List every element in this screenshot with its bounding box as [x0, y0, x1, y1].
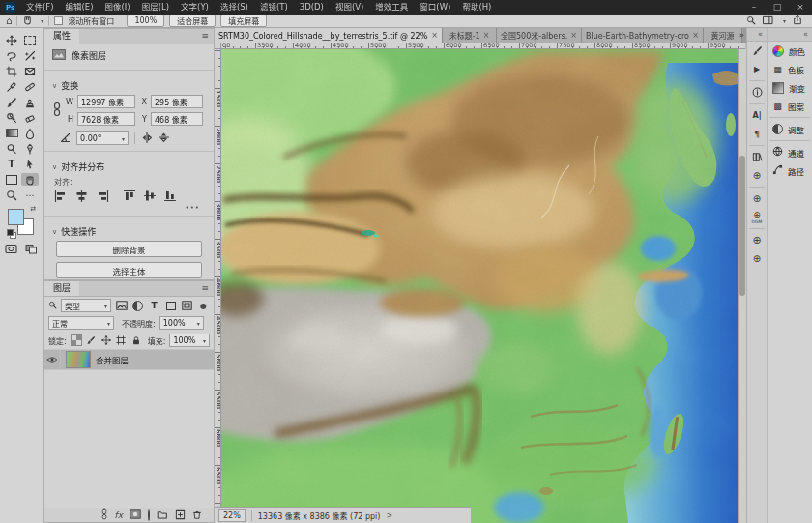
dodge-tool[interactable] [3, 142, 20, 155]
rectangle-tool[interactable] [3, 173, 20, 186]
layer-visibility-toggle[interactable] [44, 350, 61, 369]
filter-smart-object-icon[interactable] [181, 300, 193, 311]
panel-icon-actions[interactable]: ▶ [747, 60, 767, 78]
align-right-icon[interactable] [97, 190, 109, 204]
filter-type-select[interactable]: 类型▾ [61, 299, 111, 312]
align-top-icon[interactable] [124, 189, 135, 204]
panel-item-swatches[interactable]: ▦ 色板 [768, 60, 812, 78]
x-input[interactable]: 295 像素 [151, 95, 203, 108]
align-bottom-icon[interactable] [164, 189, 176, 204]
menu-filter[interactable]: 滤镜(T) [254, 0, 294, 15]
panel-menu-icon[interactable]: ≡ [196, 29, 214, 44]
fill-select[interactable]: 100%▾ [169, 334, 210, 347]
menu-window[interactable]: 窗口(W) [414, 0, 456, 15]
lock-artboard-icon[interactable] [116, 334, 128, 346]
h-ruler[interactable]: 0035004000450050005500600065007000750080… [221, 43, 745, 49]
new-layer-icon[interactable] [175, 509, 186, 522]
zoom-tool[interactable] [3, 189, 20, 201]
layer-effects-icon[interactable]: fx [115, 510, 124, 520]
align-more-icon[interactable]: ••• [44, 204, 214, 212]
layer-row-merged[interactable]: 合并图层 [44, 349, 214, 370]
delete-layer-icon[interactable] [192, 509, 202, 522]
doc-tab-huanghe[interactable]: 黄河源 [704, 28, 742, 43]
zoom-100-button[interactable]: 100% [127, 15, 164, 27]
blend-mode-select[interactable]: 正常▾ [48, 316, 114, 330]
map-canvas[interactable] [221, 49, 738, 523]
filter-pixel-icon[interactable] [115, 300, 128, 311]
panel-item-channels[interactable]: 通道 [768, 143, 812, 161]
panel-icon-measurement[interactable]: ⊕ [747, 166, 767, 185]
menu-help[interactable]: 帮助(H) [456, 0, 497, 15]
default-colors-icon[interactable] [7, 229, 14, 237]
eyedropper-tool[interactable] [3, 80, 20, 93]
crop-tool[interactable] [3, 65, 20, 77]
move-tool[interactable] [3, 34, 20, 46]
minimize-button[interactable]: – [742, 0, 766, 15]
menu-file[interactable]: 文件(F) [20, 0, 60, 15]
lock-pixels-icon[interactable] [86, 334, 98, 346]
frame-tool[interactable] [21, 65, 39, 77]
adjustment-layer-icon[interactable] [148, 510, 150, 520]
menu-select[interactable]: 选择(S) [215, 0, 254, 15]
menu-view[interactable]: 视图(V) [330, 0, 369, 15]
close-tab-icon[interactable]: × [483, 31, 490, 40]
panel-icon-globe[interactable]: ⊕ [747, 231, 767, 249]
share-icon[interactable] [793, 15, 802, 27]
panel-item-paths[interactable]: 路径 [768, 161, 812, 180]
collapse-dock-icon[interactable]: « [758, 30, 763, 39]
doc-tab-srtm[interactable]: SRTM30_Colored_Hillshade__by_terrestris_… [215, 28, 443, 43]
hand-tool-icon[interactable] [22, 15, 33, 27]
workspace-switcher-icon[interactable] [763, 15, 773, 27]
menu-layer[interactable]: 图层(L) [136, 0, 175, 15]
zoom-level-input[interactable]: 22% [218, 509, 246, 522]
panel-menu-icon[interactable]: ≡ [196, 281, 214, 296]
panel-icon-georeference[interactable]: ⊕ [747, 189, 767, 208]
history-brush-tool[interactable] [3, 111, 20, 124]
restore-button[interactable]: □ [766, 0, 789, 15]
panel-item-patterns[interactable]: ▩ 图案 [768, 97, 812, 115]
menu-image[interactable]: 图像(I) [100, 0, 136, 15]
properties-tab[interactable]: 属性 [44, 29, 79, 44]
close-tab-icon[interactable]: × [692, 31, 699, 40]
brush-tool[interactable] [3, 96, 20, 108]
panel-icon-character[interactable]: A| [747, 106, 767, 125]
layer-thumbnail[interactable] [66, 351, 91, 368]
collapse-chevron-icon[interactable]: ∨ [52, 228, 57, 236]
quick-mask-icon[interactable] [5, 244, 17, 256]
layers-tab[interactable]: 图层 [44, 281, 79, 296]
flip-vertical-icon[interactable] [159, 131, 169, 145]
tab-overflow-icon[interactable]: » [740, 28, 744, 43]
doc-tab-untitled[interactable]: 未标题-1× [443, 28, 497, 43]
panel-icon-globe-info[interactable]: ⊕ [747, 249, 767, 268]
align-center-h-icon[interactable] [75, 190, 88, 204]
eraser-tool[interactable] [21, 111, 39, 124]
menu-3d[interactable]: 3D(D) [294, 0, 330, 15]
fit-screen-button[interactable]: 适合屏幕 [169, 15, 216, 27]
layer-mask-icon[interactable] [130, 509, 141, 521]
close-button[interactable]: × [789, 0, 812, 15]
menu-plugins[interactable]: 增效工具 [369, 0, 414, 15]
flip-horizontal-icon[interactable] [141, 132, 153, 145]
foreground-color-swatch[interactable] [8, 209, 24, 225]
lock-all-icon[interactable] [130, 334, 142, 346]
doc-tab-albers[interactable]: 全国500米-albers.tif× [497, 28, 582, 43]
panel-item-adjustments[interactable]: 调整 [768, 120, 812, 138]
layer-filter-toggle-icon[interactable]: ● [197, 300, 210, 311]
hand-options-caret-icon[interactable]: ▾ [41, 17, 44, 24]
type-tool[interactable]: T [3, 158, 20, 170]
close-tab-icon[interactable]: × [431, 31, 438, 40]
y-input[interactable]: 468 像素 [151, 112, 203, 126]
healing-brush-tool[interactable] [21, 80, 39, 93]
filter-type-icon[interactable]: T [148, 300, 160, 311]
workspace-caret-icon[interactable]: ▾ [783, 17, 786, 24]
marquee-tool[interactable] [21, 34, 39, 46]
lock-position-icon[interactable] [101, 334, 112, 346]
height-input[interactable]: 7628 像素 [77, 112, 135, 126]
scrollbar-thumb[interactable] [740, 156, 745, 296]
rotation-input[interactable]: 0.00° ▾ [76, 131, 129, 145]
panel-icon-info[interactable] [747, 83, 767, 102]
home-icon[interactable]: ⌂ [6, 15, 12, 26]
panel-item-gradients[interactable]: 渐变 [768, 78, 812, 97]
canvas-scrollbar[interactable] [738, 49, 746, 523]
search-icon[interactable] [746, 15, 756, 27]
